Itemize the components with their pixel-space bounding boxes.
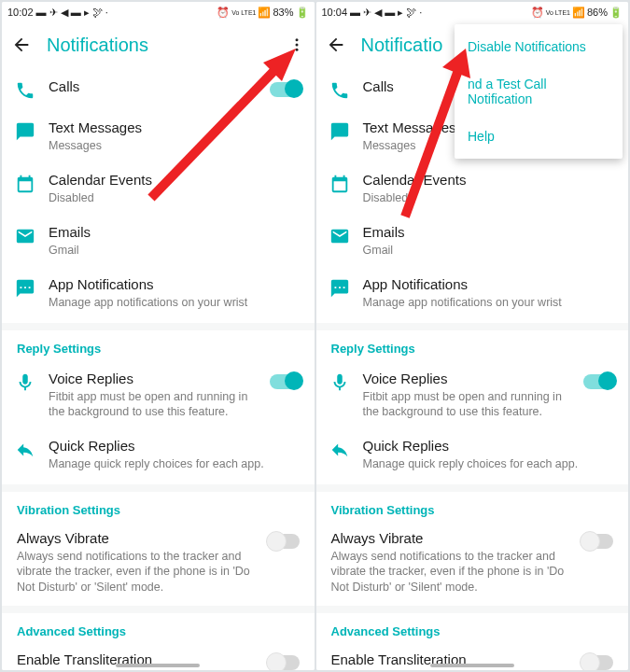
toggle-transliteration[interactable] xyxy=(581,655,613,670)
row-sub: Gmail xyxy=(49,243,301,258)
row-quick-replies[interactable]: Quick Replies Manage quick reply choices… xyxy=(316,428,629,481)
toggle-transliteration[interactable] xyxy=(268,655,300,670)
calendar-icon xyxy=(15,174,35,194)
status-bar: 10:02 ▬ ✈ ◀ ▬ ▸ 🕊 · ⏰ Vo LTE1 📶 83% 🔋 xyxy=(2,2,315,22)
row-voice-replies[interactable]: Voice Replies Fitbit app must be open an… xyxy=(2,361,315,428)
toggle-always-vibrate[interactable] xyxy=(581,534,613,549)
battery-icon: 🔋 xyxy=(296,7,309,19)
vibration-settings-header: Vibration Settings xyxy=(2,494,315,523)
home-indicator[interactable] xyxy=(116,664,200,667)
advanced-section: Advanced Settings Enable Transliteration… xyxy=(316,613,629,670)
menu-help[interactable]: Help xyxy=(455,118,623,155)
alarm-icon: ⏰ xyxy=(531,7,544,19)
row-label: App Notifications xyxy=(49,276,301,294)
row-sub: Fitbit app must be open and running in t… xyxy=(49,389,257,420)
row-label: Always Vibrate xyxy=(331,530,569,548)
row-quick-replies[interactable]: Quick Replies Manage quick reply choices… xyxy=(2,428,315,481)
row-text-messages[interactable]: Text Messages Messages xyxy=(2,110,315,162)
row-label: Quick Replies xyxy=(363,438,616,455)
status-icons-left: ▬ ✈ ◀ ▬ ▸ 🕊 · xyxy=(350,7,422,19)
reply-icon xyxy=(329,440,350,460)
row-label: App Notifications xyxy=(363,276,616,294)
row-emails[interactable]: Emails Gmail xyxy=(2,215,315,267)
row-label: Quick Replies xyxy=(49,438,301,455)
reply-settings-header: Reply Settings xyxy=(2,332,315,361)
row-sub: Fitbit app must be open and running in t… xyxy=(363,389,571,420)
vibration-section: Vibration Settings Always Vibrate Always… xyxy=(2,492,315,606)
row-label: Voice Replies xyxy=(363,371,571,388)
mic-icon xyxy=(15,372,35,393)
reply-icon xyxy=(15,440,35,460)
status-time: 10:04 xyxy=(322,7,348,18)
row-label: Calendar Events xyxy=(363,172,616,189)
menu-send-test-call[interactable]: nd a Test Call Notification xyxy=(455,65,623,118)
row-sub: Always send notifications to the tracker… xyxy=(17,549,255,595)
overflow-menu: Disable Notifications nd a Test Call Not… xyxy=(455,24,623,159)
vibration-section: Vibration Settings Always Vibrate Always… xyxy=(316,492,629,606)
row-sub: Always send notifications to the tracker… xyxy=(331,549,569,595)
row-sub: Manage quick reply choices for each app. xyxy=(363,456,616,471)
status-time: 10:02 xyxy=(7,7,34,18)
status-icons-left: ▬ ✈ ◀ ▬ ▸ 🕊 · xyxy=(36,7,108,19)
advanced-section: Advanced Settings Enable Transliteration… xyxy=(2,613,315,670)
row-sub: Manage quick reply choices for each app. xyxy=(49,456,301,471)
back-icon[interactable] xyxy=(326,35,346,55)
menu-disable-notifications[interactable]: Disable Notifications xyxy=(455,28,623,65)
row-label: Calendar Events xyxy=(49,172,301,189)
row-calendar[interactable]: Calendar Events Disabled xyxy=(316,162,629,215)
vibration-settings-header: Vibration Settings xyxy=(316,494,629,523)
phone-left: 10:02 ▬ ✈ ◀ ▬ ▸ 🕊 · ⏰ Vo LTE1 📶 83% 🔋 No… xyxy=(2,2,315,670)
row-label: Voice Replies xyxy=(49,371,257,388)
battery-label: 83% xyxy=(273,7,293,18)
row-sub: Messages xyxy=(49,138,301,153)
sms-icon xyxy=(15,121,35,142)
row-emails[interactable]: Emails Gmail xyxy=(316,215,629,267)
toggle-always-vibrate[interactable] xyxy=(268,534,300,549)
phone-right: 10:04 ▬ ✈ ◀ ▬ ▸ 🕊 · ⏰ Vo LTE1 📶 86% 🔋 No… xyxy=(316,2,629,670)
status-bar: 10:04 ▬ ✈ ◀ ▬ ▸ 🕊 · ⏰ Vo LTE1 📶 86% 🔋 xyxy=(316,2,629,22)
settings-list: Calls Text Messages Messages Calendar Ev… xyxy=(2,67,315,670)
row-app-notifications[interactable]: App Notifications Manage app notificatio… xyxy=(2,267,315,319)
apps-icon xyxy=(329,278,350,299)
calendar-icon xyxy=(329,174,350,194)
row-label: Emails xyxy=(363,224,616,242)
home-indicator[interactable] xyxy=(430,664,514,667)
row-sub: Disabled xyxy=(363,190,616,205)
row-sub: Disabled xyxy=(49,190,301,205)
sms-icon xyxy=(329,121,350,142)
row-label: Always Vibrate xyxy=(17,530,255,548)
toggle-voice-replies[interactable] xyxy=(270,374,301,389)
row-label: Calls xyxy=(49,78,257,96)
row-sub: All incoming notifications on your devic… xyxy=(17,670,255,671)
row-voice-replies[interactable]: Voice Replies Fitbit app must be open an… xyxy=(316,361,629,428)
toggle-calls[interactable] xyxy=(270,82,301,97)
reply-section: Reply Settings Voice Replies Fitbit app … xyxy=(2,330,315,484)
reply-settings-header: Reply Settings xyxy=(316,332,629,361)
apps-icon xyxy=(15,278,35,299)
battery-icon: 🔋 xyxy=(609,7,623,19)
row-sub: All incoming notifications on your devic… xyxy=(331,670,569,671)
row-always-vibrate[interactable]: Always Vibrate Always send notifications… xyxy=(2,523,315,602)
phone-icon xyxy=(329,80,350,101)
signal-icon: 📶 xyxy=(258,7,271,19)
net-label: Vo LTE1 xyxy=(231,9,256,16)
overflow-menu-icon[interactable] xyxy=(288,36,305,53)
row-calls[interactable]: Calls xyxy=(2,69,315,110)
notifications-section: Calls Text Messages Messages Calendar Ev… xyxy=(2,67,315,323)
row-calendar[interactable]: Calendar Events Disabled xyxy=(2,162,315,215)
toggle-voice-replies[interactable] xyxy=(583,374,615,389)
alarm-icon: ⏰ xyxy=(217,7,230,19)
row-sub: Manage app notifications on your wrist xyxy=(49,295,301,310)
advanced-settings-header: Advanced Settings xyxy=(2,615,315,644)
signal-icon: 📶 xyxy=(572,7,585,19)
row-always-vibrate[interactable]: Always Vibrate Always send notifications… xyxy=(316,523,629,602)
mail-icon xyxy=(15,226,35,246)
back-icon[interactable] xyxy=(11,35,32,55)
net-label: Vo LTE1 xyxy=(546,9,570,16)
page-title: Notifications xyxy=(47,35,273,56)
row-label: Text Messages xyxy=(49,119,301,137)
battery-label: 86% xyxy=(587,7,608,18)
mail-icon xyxy=(329,226,350,246)
row-app-notifications[interactable]: App Notifications Manage app notificatio… xyxy=(316,267,629,319)
advanced-settings-header: Advanced Settings xyxy=(316,615,629,644)
